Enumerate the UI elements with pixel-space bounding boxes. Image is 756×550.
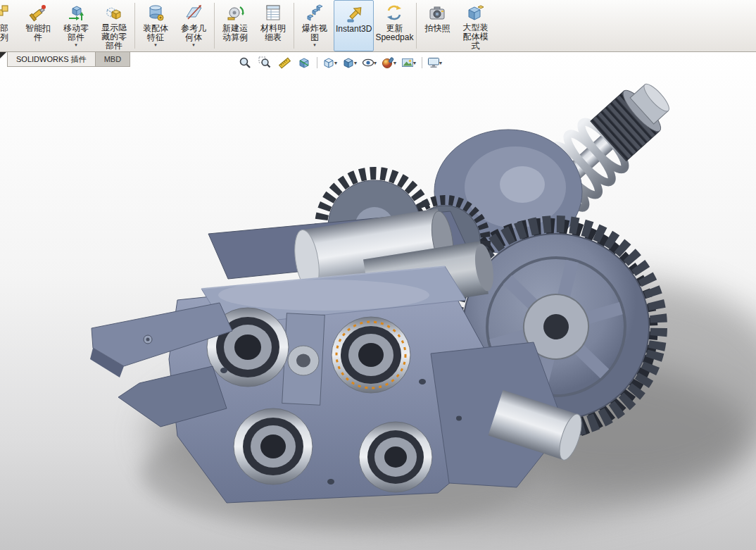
bill-of-materials-icon [264,2,282,23]
edit-appearance-button[interactable]: ▼ [381,56,398,70]
ribbon-separator [214,3,215,49]
caret-down-icon: ▼ [393,61,398,65]
caret-down-icon: ▼ [373,61,378,65]
toolbar-separator [317,57,317,68]
ribbon-item-label: Instant3D [336,25,372,34]
center-boss [288,346,319,375]
ribbon-item-label: 装配体 特征 [143,24,168,42]
hide-show-items-button[interactable]: ▼ [361,56,378,70]
component-pattern-icon [0,2,9,23]
ribbon-item-label: 新建运 动算例 [222,24,248,42]
ribbon-item-component-pattern[interactable]: 零部 系列 [0,0,19,51]
bearing-top-right [332,317,410,393]
view-settings-button[interactable]: ▼ [427,56,443,70]
measure-button[interactable] [276,56,293,70]
ribbon-item-show-hidden-components[interactable]: 显示隐 藏的零 部件 [95,0,133,51]
heads-up-view-toolbar: ▼ ▼ ▼ ▼ ▼ ▼ [237,56,443,70]
take-snapshot-icon [428,2,446,23]
dropdown-arrow-icon: ▼ [74,43,78,48]
zoom-to-fit-button[interactable] [237,56,253,70]
caret-down-icon: ▼ [439,61,443,65]
ribbon-item-label: 零部 系列 [0,24,8,42]
reference-geometry-icon [184,2,203,23]
display-style-button[interactable]: ▼ [341,56,358,70]
caret-down-icon: ▼ [353,61,358,65]
ribbon-item-instant3d[interactable]: Instant3D [334,0,374,51]
ribbon-item-label: 移动零 部件 [63,24,89,42]
dropdown-arrow-icon: ▼ [153,43,158,48]
update-speedpak-icon [385,2,403,23]
ribbon-separator [416,3,417,49]
ribbon-item-label: 拍快照 [424,24,450,33]
command-manager-tabs: SOLIDWORKS 插件 MBD [0,52,130,67]
smart-fasteners-icon [29,2,47,23]
ribbon-item-label: 参考几 何体 [181,24,206,42]
bearing-bottom-right [359,422,432,492]
caret-down-icon: ▼ [334,61,339,65]
ribbon-item-new-motion-study[interactable]: 新建运 动算例 [216,0,254,51]
tab-mbd[interactable]: MBD [95,52,130,67]
ribbon-item-update-speedpak[interactable]: 更新 Speedpak [374,0,415,51]
ribbon-item-label: 材料明 细表 [260,24,286,42]
ribbon-item-label: 爆炸视 图 [302,24,327,42]
tab-solidworks-addins[interactable]: SOLIDWORKS 插件 [7,52,96,67]
ribbon-item-label: 更新 Speedpak [375,24,413,42]
ribbon-item-bill-of-materials[interactable]: 材料明 细表 [254,0,292,51]
ribbon-item-exploded-view[interactable]: 爆炸视 图 ▼ [296,0,334,51]
ribbon-separator [134,3,135,49]
new-motion-study-icon [226,2,244,23]
zoom-to-area-button[interactable] [256,56,273,70]
ribbon-item-label: 大型装 配体模 式 [462,23,488,51]
ribbon-item-take-snapshot[interactable]: 拍快照 [418,0,456,51]
ribbon-separator [294,3,294,49]
caret-down-icon: ▼ [412,61,417,65]
command-manager-ribbon: 零部 系列 智能扣 件 移动零 部件 ▼ 显示隐 藏的零 部件 装配体 特征 ▼… [0,0,756,52]
ribbon-collapse-arrow-icon[interactable] [0,52,6,58]
toolbar-separator [422,57,422,68]
apply-scene-button[interactable]: ▼ [401,56,417,70]
instant3d-icon [344,3,364,24]
ribbon-item-large-assembly-mode[interactable]: 大型装 配体模 式 [456,0,494,51]
top-face-highlight [218,280,429,311]
ribbon-item-label: 显示隐 藏的零 部件 [101,23,127,51]
ribbon-item-smart-fasteners[interactable]: 智能扣 件 [19,0,57,51]
assembly-features-icon [146,2,165,23]
ribbon-item-move-component[interactable]: 移动零 部件 ▼ [57,0,95,51]
ribbon-item-assembly-features[interactable]: 装配体 特征 ▼ [137,0,175,51]
3d-viewport[interactable] [0,52,756,550]
gearbox-assembly-model [0,52,756,550]
dropdown-arrow-icon: ▼ [191,43,196,48]
ribbon-item-reference-geometry[interactable]: 参考几 何体 ▼ [175,0,213,51]
exploded-view-icon [305,2,324,23]
show-hidden-components-icon [105,2,123,23]
ribbon-item-label: 智能扣 件 [25,24,51,42]
large-assembly-mode-icon [466,2,484,23]
move-component-icon [67,2,85,23]
bearing-bottom-left [234,408,313,485]
dropdown-arrow-icon: ▼ [313,43,317,48]
view-orientation-button[interactable]: ▼ [322,56,339,70]
section-view-button[interactable] [296,56,313,70]
